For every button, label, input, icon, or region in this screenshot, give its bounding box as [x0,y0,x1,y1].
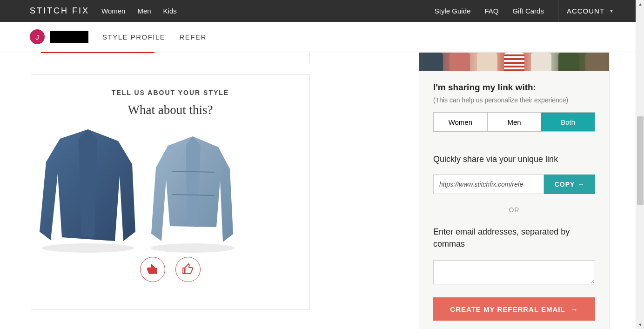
style-question: What about this? [31,103,309,117]
share-with-heading: I'm sharing my link with: [433,82,595,93]
style-eyebrow: TELL US ABOUT YOUR STYLE [31,89,309,96]
refer-panel: I'm sharing my link with: (This can help… [419,52,610,329]
quick-share-heading: Quickly share via your unique link [433,154,595,164]
or-separator: OR [433,206,595,214]
share-with-segment: Women Men Both [433,112,595,132]
topnav-right: Style Guide FAQ Gift Cards ACCOUNT ▼ [435,0,614,22]
email-label: Enter email addresses, separated by comm… [433,226,595,250]
prev-card-red-line [41,52,154,53]
create-referral-label: CREATE MY REFERRAL EMAIL [450,305,565,313]
denim-jacket-image-2 [144,129,242,255]
copy-label: COPY [555,181,575,188]
denim-jacket-image-1 [32,120,144,255]
sub-navbar: J STYLE PROFILE REFER [0,22,644,52]
scrollbar-thumb[interactable] [637,116,644,205]
nav-men[interactable]: Men [137,7,151,15]
nav-faq[interactable]: FAQ [484,7,498,15]
create-referral-email-button[interactable]: CREATE MY REFERRAL EMAIL → [433,297,595,321]
style-quiz-card: TELL US ABOUT YOUR STYLE What about this… [31,74,310,310]
brand-logo[interactable]: STITCH FIX [30,6,89,16]
avatar[interactable]: J [30,29,45,44]
thumbs-up-button[interactable] [175,257,201,282]
nav-account-dropdown[interactable]: ACCOUNT ▼ [558,0,614,22]
arrow-right-icon: → [571,305,578,313]
subnav-refer[interactable]: REFER [179,33,206,41]
segment-men[interactable]: Men [488,113,542,131]
scroll-down-arrow-icon[interactable]: ▼ [636,321,644,329]
nav-kids[interactable]: Kids [163,7,177,15]
svg-point-3 [151,243,235,253]
nav-gift-cards[interactable]: Gift Cards [512,7,544,15]
thumbs-up-icon [182,263,194,275]
vertical-scrollbar[interactable]: ▲ ▼ [636,0,644,329]
refer-hero-image [419,53,609,71]
nav-account-label: ACCOUNT [567,7,604,15]
prev-card-edge [31,52,310,64]
nav-women[interactable]: Women [101,7,125,15]
style-product-images [31,120,309,255]
referral-link-input[interactable] [433,175,544,194]
style-vote-buttons [31,257,309,282]
thumbs-down-icon [147,263,159,275]
top-navbar: STITCH FIX Women Men Kids Style Guide FA… [0,0,644,22]
subnav-style-profile[interactable]: STYLE PROFILE [102,33,165,41]
nav-style-guide[interactable]: Style Guide [435,7,471,15]
username-redacted [50,31,88,43]
share-with-sub: (This can help us personalize their expe… [433,96,595,104]
svg-point-0 [41,243,134,253]
scroll-up-arrow-icon[interactable]: ▲ [636,0,644,8]
arrow-right-icon: → [577,181,584,188]
topnav-left: STITCH FIX Women Men Kids [30,6,177,16]
divider [433,144,595,144]
email-addresses-input[interactable] [433,260,595,284]
thumbs-down-button[interactable] [140,257,165,282]
caret-down-icon: ▼ [609,8,614,13]
page-content: TELL US ABOUT YOUR STYLE What about this… [0,52,644,329]
copy-button[interactable]: COPY → [544,175,595,194]
segment-women[interactable]: Women [434,113,488,131]
segment-both[interactable]: Both [541,113,595,131]
referral-link-row: COPY → [433,175,595,194]
